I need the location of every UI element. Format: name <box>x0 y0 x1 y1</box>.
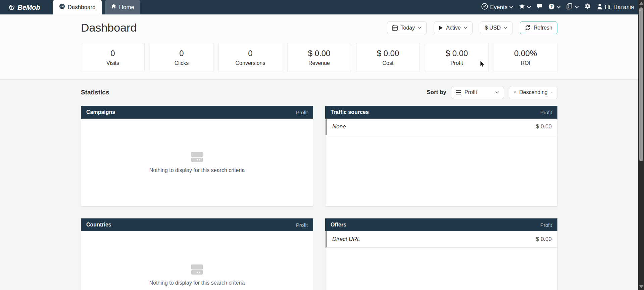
header-section: Dashboard Today Active <box>0 14 638 80</box>
bemob-logo-icon <box>8 4 15 11</box>
bemob-logo[interactable]: BeMob <box>8 0 40 14</box>
calendar-icon <box>392 25 398 31</box>
scroll-up-arrow-icon[interactable] <box>639 2 643 5</box>
help-menu[interactable]: ? <box>548 3 560 11</box>
svg-text:?: ? <box>550 4 553 9</box>
chevron-down-icon <box>575 6 579 8</box>
chevron-down-icon <box>527 6 531 8</box>
panel-campaigns-header: Campaigns Profit <box>81 106 313 119</box>
panel-offers-body: Direct URL $ 0.00 <box>325 231 557 290</box>
card-label: Revenue <box>308 60 330 66</box>
empty-state-text: Nothing to display for this search crite… <box>149 167 245 173</box>
documents-stack-icon <box>566 3 573 11</box>
panel-countries: Countries Profit Nothing to display for … <box>81 218 313 290</box>
tab-dashboard-label: Dashboard <box>68 4 96 11</box>
card-label: Clicks <box>175 60 189 66</box>
topbar: BeMob Dashboard Home <box>0 0 644 14</box>
panel-countries-header: Countries Profit <box>81 218 313 231</box>
card-cost: $ 0.00 Cost <box>356 43 420 72</box>
events-gauge-icon <box>481 3 488 11</box>
card-value: 0 <box>110 49 115 58</box>
summary-cards: 0 Visits 0 Clicks 0 Conversions $ 0.00 R… <box>81 43 557 72</box>
sort-by-label: Sort by <box>427 89 446 96</box>
resources-menu[interactable] <box>566 3 579 11</box>
scrollbar-thumb[interactable] <box>639 7 643 161</box>
chevron-down-icon <box>551 91 552 94</box>
help-icon: ? <box>548 3 555 11</box>
row-name: None <box>332 123 346 130</box>
row-value: $ 0.00 <box>536 236 552 243</box>
user-greeting: Hi, Наталія <box>605 4 634 11</box>
user-menu[interactable]: Hi, Наталія <box>597 3 634 11</box>
chat-button[interactable] <box>537 3 543 11</box>
panel-metric-label: Profit <box>540 110 552 115</box>
panel-traffic-sources-body: None $ 0.00 <box>325 119 557 206</box>
panel-countries-body: Nothing to display for this search crite… <box>81 231 313 290</box>
card-value: 0 <box>248 49 252 58</box>
tab-strip: Dashboard Home <box>53 0 141 14</box>
empty-state: Nothing to display for this search crite… <box>81 231 313 290</box>
chevron-down-icon <box>557 6 560 8</box>
panel-offers: Offers Profit Direct URL $ 0.00 <box>325 218 557 290</box>
refresh-label: Refresh <box>534 25 552 31</box>
currency-label: $ USD <box>485 25 501 31</box>
scroll-down-arrow-icon[interactable] <box>639 285 643 288</box>
sort-field-select[interactable]: Profit <box>451 86 504 99</box>
sort-order-select[interactable]: Descending <box>509 86 557 99</box>
events-label: Events <box>490 4 507 11</box>
card-roi: 0.00% ROI <box>494 43 557 72</box>
toolbar: Today Active $ USD <box>387 22 557 34</box>
panel-metric-label: Profit <box>540 222 552 228</box>
card-visits: 0 Visits <box>81 43 145 72</box>
status-filter-button[interactable]: Active <box>434 22 473 34</box>
favorites-menu[interactable] <box>519 3 531 11</box>
settings-button[interactable] <box>584 3 591 11</box>
card-value: 0.00% <box>514 49 537 58</box>
topbar-actions: Events ? <box>481 0 644 14</box>
vertical-scrollbar[interactable] <box>638 0 644 290</box>
chevron-down-icon <box>504 27 507 29</box>
play-icon <box>439 26 443 30</box>
server-stack-icon <box>190 151 204 163</box>
page: Dashboard Today Active <box>0 14 638 290</box>
card-value: 0 <box>179 49 184 58</box>
events-menu[interactable]: Events <box>481 3 513 11</box>
star-icon <box>519 3 525 11</box>
table-row[interactable]: Direct URL $ 0.00 <box>326 231 557 248</box>
status-filter-label: Active <box>446 25 461 31</box>
panel-traffic-sources-header: Traffic sources Profit <box>325 106 557 119</box>
date-range-button[interactable]: Today <box>387 22 427 34</box>
user-icon <box>597 3 603 11</box>
bemob-logo-text: BeMob <box>17 3 40 11</box>
panel-title: Campaigns <box>86 109 115 115</box>
panel-campaigns: Campaigns Profit Nothing to display for … <box>81 106 313 206</box>
row-value: $ 0.00 <box>536 123 552 130</box>
panel-campaigns-body: Nothing to display for this search crite… <box>81 119 313 206</box>
card-profit: $ 0.00 Profit <box>425 43 489 72</box>
panel-title: Countries <box>86 222 111 228</box>
refresh-button[interactable]: Refresh <box>520 22 557 34</box>
chevron-down-icon <box>495 91 499 94</box>
card-label: Cost <box>383 60 394 66</box>
gear-icon <box>584 3 591 11</box>
refresh-icon <box>525 25 531 31</box>
empty-state: Nothing to display for this search crite… <box>81 119 313 206</box>
tab-home[interactable]: Home <box>105 0 140 14</box>
card-value: $ 0.00 <box>308 49 331 58</box>
row-name: Direct URL <box>332 236 360 243</box>
page-title: Dashboard <box>81 21 137 34</box>
sort-field-value: Profit <box>464 89 477 95</box>
sort-controls: Sort by Profit Descending <box>427 86 557 99</box>
tab-dashboard[interactable]: Dashboard <box>53 0 102 14</box>
dashboard-gauge-icon <box>59 3 65 11</box>
card-label: Visits <box>106 60 119 66</box>
chevron-down-icon <box>509 6 513 8</box>
date-range-label: Today <box>401 25 415 31</box>
table-row[interactable]: None $ 0.00 <box>326 119 557 135</box>
panel-offers-header: Offers Profit <box>325 218 557 231</box>
chevron-down-icon <box>464 27 467 29</box>
currency-button[interactable]: $ USD <box>480 22 512 34</box>
home-icon <box>111 4 116 11</box>
panel-metric-label: Profit <box>296 222 308 228</box>
tab-home-label: Home <box>119 4 134 11</box>
